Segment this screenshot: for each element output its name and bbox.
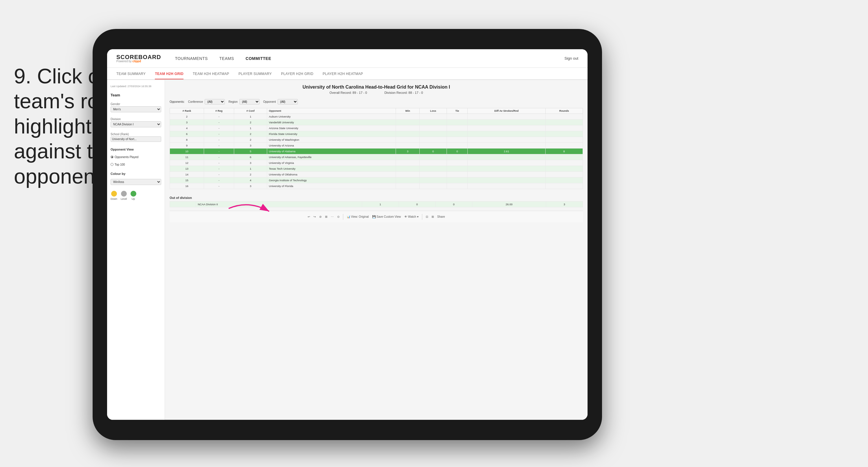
legend-row: Down Level Up <box>111 191 161 200</box>
opponent-filter: Opponent (All) <box>263 99 298 105</box>
radio-top100[interactable]: Top 100 <box>111 163 161 166</box>
table-row[interactable]: 2-1Auburn University <box>170 114 583 120</box>
table-row[interactable]: 12-3University of Virginia <box>170 160 583 166</box>
gender-label: Gender <box>111 103 161 106</box>
filter-row: Opponents: Conference (All) Region (All) <box>169 99 583 105</box>
legend-dot-up <box>130 191 136 197</box>
colour-by-select[interactable]: Win/loss <box>111 179 161 185</box>
col-opponent: Opponent <box>267 108 396 114</box>
grid-title: University of North Carolina Head-to-Hea… <box>169 85 583 90</box>
gender-select[interactable]: Men's <box>111 106 161 112</box>
radio-dot-opponents <box>111 155 114 158</box>
opponent-view-title: Opponent View <box>111 148 161 151</box>
division-record: Division Record: 88 - 17 - 0 <box>384 91 423 94</box>
save-custom-view-btn[interactable]: 💾 Save Custom View <box>372 215 401 218</box>
tablet-screen: SCOREBOARD Powered by clippd TOURNAMENTS… <box>107 49 588 420</box>
out-division-win: 1 <box>362 202 399 207</box>
sub-nav: TEAM SUMMARY TEAM H2H GRID TEAM H2H HEAT… <box>107 68 588 80</box>
main-content: Last Updated: 27/03/2024 16:55:38 Team G… <box>107 80 588 420</box>
col-diff: Diff Av Strokes/Rnd <box>467 108 545 114</box>
division-select[interactable]: NCAA Division I <box>111 121 161 127</box>
conference-filter: Conference (All) <box>188 99 225 105</box>
table-row[interactable]: 6-2Florida State University <box>170 131 583 137</box>
step-number: 9. <box>14 64 31 88</box>
out-of-division-section: Out of division NCAA Division II 1 0 0 2… <box>169 196 583 207</box>
separator-1 <box>343 214 343 220</box>
table-row[interactable]: 9-3University of Arizona <box>170 143 583 148</box>
separator-2 <box>422 214 422 220</box>
legend-up: Up <box>130 191 136 200</box>
tab-team-h2h-heatmap[interactable]: TEAM H2H HEATMAP <box>193 72 229 79</box>
opponent-select[interactable]: (All) <box>278 99 298 105</box>
clock-btn[interactable]: ⊙ <box>337 215 340 218</box>
division-label: Division <box>111 118 161 121</box>
sidebar-timestamp: Last Updated: 27/03/2024 16:55:38 <box>111 85 161 88</box>
tab-team-h2h-grid[interactable]: TEAM H2H GRID <box>155 72 184 79</box>
conference-select[interactable]: (All) <box>205 99 225 105</box>
region-filter: Region (All) <box>228 99 259 105</box>
logo-area: SCOREBOARD Powered by clippd <box>116 54 161 63</box>
table-row[interactable]: 4-1Arizona State University <box>170 125 583 131</box>
col-loss: Loss <box>420 108 446 114</box>
sidebar-team-label: Team <box>111 93 161 97</box>
table-row[interactable]: 3-2Vanderbilt University <box>170 120 583 125</box>
out-division-label <box>170 202 196 207</box>
history-btn[interactable]: ⊘ <box>319 215 321 218</box>
nav-links: TOURNAMENTS TEAMS COMMITTEE <box>175 56 271 61</box>
overall-record: Overall Record: 89 - 17 - 0 <box>330 91 367 94</box>
tab-player-summary[interactable]: PLAYER SUMMARY <box>239 72 272 79</box>
table-row[interactable]: 8-2University of Washington <box>170 137 583 143</box>
out-of-division-title: Out of division <box>169 196 583 200</box>
bottom-toolbar: ↩ ↪ ⊘ ⊞ ⋯ ⊙ 📊 View: Original 💾 Save Cust… <box>169 211 583 222</box>
col-rounds: Rounds <box>545 108 583 114</box>
screenshot-btn[interactable]: ⊡ <box>426 215 428 218</box>
legend-dot-level <box>121 191 127 197</box>
col-win: Win <box>396 108 420 114</box>
more-btn[interactable]: ⋯ <box>331 215 334 218</box>
grid-area: University of North Carolina Head-to-Hea… <box>165 80 588 420</box>
radio-opponents-played[interactable]: Opponents Played <box>111 155 161 159</box>
col-tie: Tie <box>447 108 468 114</box>
tab-player-h2h-heatmap[interactable]: PLAYER H2H HEATMAP <box>323 72 363 79</box>
table-row[interactable]: 10-5University of Alabama3002.618 <box>170 148 583 154</box>
grid-btn[interactable]: ⊞ <box>325 215 327 218</box>
table-row[interactable]: 15-4Georgia Institute of Technology <box>170 177 583 183</box>
out-division-name: NCAA Division II <box>196 202 362 207</box>
sidebar: Last Updated: 27/03/2024 16:55:38 Team G… <box>107 80 165 420</box>
h2h-table: # Rank # Reg # Conf Opponent Win Loss Ti… <box>169 108 583 189</box>
table-row[interactable]: 11-6University of Arkansas, Fayetteville <box>170 154 583 160</box>
nav-committee[interactable]: COMMITTEE <box>246 56 272 61</box>
colour-by-label: Colour by <box>111 172 161 175</box>
logo-scoreboard: SCOREBOARD <box>116 54 161 60</box>
redo-btn[interactable]: ↪ <box>313 215 316 218</box>
out-of-division-table: NCAA Division II 1 0 0 26.00 3 <box>169 201 583 207</box>
logo-powered: Powered by clippd <box>116 60 161 63</box>
radio-dot-top100 <box>111 163 114 166</box>
nav-teams[interactable]: TEAMS <box>219 56 234 61</box>
school-label: School (Rank) <box>111 133 161 136</box>
tab-player-h2h-grid[interactable]: PLAYER H2H GRID <box>281 72 313 79</box>
col-conf: # Conf <box>234 108 267 114</box>
table-row[interactable]: 13-1Texas Tech University <box>170 166 583 172</box>
region-select[interactable]: (All) <box>239 99 259 105</box>
tablet-device: SCOREBOARD Powered by clippd TOURNAMENTS… <box>93 29 602 440</box>
table-row[interactable]: 16-3University of Florida <box>170 183 583 189</box>
tab-team-summary[interactable]: TEAM SUMMARY <box>116 72 146 79</box>
table-row[interactable]: 14-2University of Oklahoma <box>170 172 583 177</box>
sign-out-link[interactable]: Sign out <box>564 56 578 60</box>
view-original-btn[interactable]: 📊 View: Original <box>347 215 369 218</box>
share-btn[interactable]: Share <box>437 215 445 218</box>
out-division-tie: 0 <box>435 202 472 207</box>
opponents-label: Opponents: <box>169 100 185 104</box>
out-division-row[interactable]: NCAA Division II 1 0 0 26.00 3 <box>170 202 583 207</box>
col-rank: # Rank <box>170 108 204 114</box>
col-reg: # Reg <box>204 108 234 114</box>
legend-dot-down <box>111 191 117 197</box>
undo-btn[interactable]: ↩ <box>308 215 310 218</box>
legend-level: Level <box>121 191 127 200</box>
grid-view-btn[interactable]: ⊞ <box>432 215 434 218</box>
out-division-loss: 0 <box>399 202 435 207</box>
nav-tournaments[interactable]: TOURNAMENTS <box>175 56 208 61</box>
out-division-rounds: 3 <box>546 202 583 207</box>
watch-btn[interactable]: 👁 Watch ▾ <box>404 215 418 218</box>
